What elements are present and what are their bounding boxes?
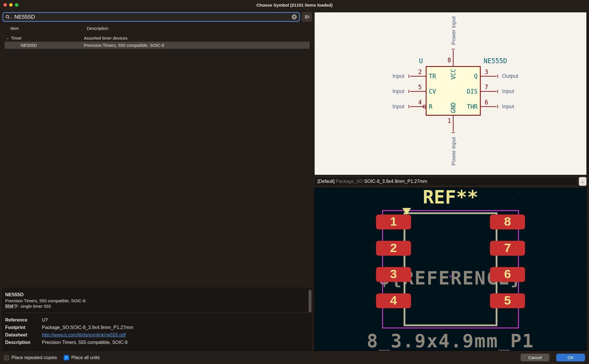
svg-point-82 [536,246,537,247]
tree-category-row[interactable]: ⌄ Timer Assorted timer devices [5,34,310,42]
place-repeated-label: Place repeated copies [11,355,57,360]
svg-text:U: U [419,57,423,65]
svg-point-75 [370,246,371,247]
svg-point-132 [583,340,584,342]
svg-text:4: 4 [390,293,397,307]
property-row: DescriptionPrecision Timers, 555 compati… [5,339,309,346]
svg-text:Power input: Power input [451,16,457,45]
svg-text:1: 1 [390,214,397,228]
search-field[interactable]: ⌄ ✕ [2,12,300,22]
symbol-preview[interactable]: UNE555D1GNDPower input2TRInput3QOutput4R… [314,12,587,175]
filter-button[interactable] [302,12,312,22]
svg-point-61 [323,222,324,223]
svg-point-56 [488,199,490,200]
svg-point-52 [394,199,395,200]
svg-point-80 [488,246,490,247]
clear-search-button[interactable]: ✕ [292,14,297,20]
footprint-default-label: [Default] [317,179,335,184]
place-all-units-checkbox[interactable]: Place all units [64,355,100,360]
filter-icon [304,14,309,20]
property-label: Reference [5,317,37,323]
svg-point-96 [583,270,584,271]
footprint-dropdown-button[interactable]: ⌄ [579,177,587,186]
svg-point-99 [370,293,371,295]
svg-point-121 [323,340,324,342]
property-label: Datasheet [5,332,37,338]
close-window-button[interactable] [3,3,7,7]
svg-point-59 [560,199,561,200]
column-description[interactable]: Description [83,26,309,31]
svg-point-86 [347,270,348,271]
svg-text:VCC: VCC [450,69,457,79]
ok-button[interactable]: OK [556,354,585,361]
svg-point-103 [465,293,466,295]
svg-text:Power input: Power input [451,137,457,165]
svg-point-72 [583,222,584,223]
footprint-lib-label: Package_SO: [336,179,364,184]
chevron-down-icon: ⌄ [581,179,584,184]
svg-text:5: 5 [504,293,511,307]
svg-point-78 [441,246,442,247]
svg-point-0 [6,15,9,18]
detail-scrollbar[interactable] [309,290,311,349]
property-row: FootprintPackage_SO:SOIC-8_3.9x4.9mm_P1.… [5,324,309,331]
svg-point-60 [583,199,584,200]
svg-text:2: 2 [418,69,422,75]
svg-point-51 [370,199,371,200]
footprint-selector[interactable]: [Default] Package_SO:SOIC-8_3.9x4.9mm_P1… [314,177,578,186]
window-title: Choose Symbol (21101 items loaded) [0,3,589,7]
svg-point-49 [323,199,324,200]
svg-text:8_3.9x4.9mm_P1: 8_3.9x4.9mm_P1 [367,330,534,351]
place-repeated-checkbox[interactable]: Place repeated copies [4,355,57,360]
search-icon: ⌄ [5,15,13,19]
svg-point-120 [583,317,584,318]
svg-point-58 [536,199,537,200]
column-item[interactable]: Item [5,26,83,31]
minimize-window-button[interactable] [9,3,13,7]
detail-keywords: single timer 555 [20,304,51,309]
svg-text:NE555D: NE555D [484,57,507,65]
search-input[interactable] [14,14,290,20]
svg-text:R: R [429,103,433,110]
svg-point-50 [347,199,348,200]
svg-point-114 [441,317,442,318]
svg-point-85 [323,270,324,271]
place-all-units-label: Place all units [71,355,100,360]
checkbox-icon [64,355,69,360]
svg-point-118 [536,317,537,318]
property-value: Package_SO:SOIC-8_3.9x4.9mm_P1.27mm [42,325,133,330]
cancel-button[interactable]: Cancel [521,354,549,361]
svg-text:REF**: REF** [423,188,478,208]
svg-point-97 [323,293,324,295]
svg-text:DIS: DIS [467,88,478,95]
svg-text:Input: Input [392,103,405,109]
property-value: Precision Timers, 555 compatible, SOIC-8 [42,340,128,345]
svg-text:Input: Input [502,88,514,94]
svg-text:3: 3 [390,267,397,281]
svg-point-106 [536,293,537,295]
tree-body[interactable]: ⌄ Timer Assorted timer devices NE555D Pr… [2,33,312,286]
tree-item-row[interactable]: NE555D Precision Timers, 555 compatible,… [5,42,310,49]
zoom-window-button[interactable] [15,3,18,7]
svg-point-113 [417,317,419,318]
tree-header: Item Description [2,24,312,33]
property-link[interactable]: http://www.ti.com/lit/ds/symlink/ne555.p… [42,332,126,338]
category-name: Timer [11,36,84,40]
svg-point-70 [536,222,537,223]
svg-point-101 [417,293,419,295]
svg-point-71 [560,222,561,223]
detail-panel: NE555D Precision Timers, 555 compatible,… [2,288,312,351]
footprint-preview[interactable]: REF**${REFERENCE}8_3.9x4.9mm_P118273645 [314,188,587,351]
svg-point-108 [583,293,584,295]
svg-point-110 [347,317,348,318]
svg-text:3: 3 [485,69,488,75]
titlebar: Choose Symbol (21101 items loaded) [0,0,589,10]
chevron-down-icon[interactable]: ⌄ [6,36,11,40]
svg-text:Input: Input [392,73,405,79]
svg-point-67 [465,222,466,223]
svg-text:Input: Input [502,103,514,109]
detail-keywords-label: 關鍵字: [5,304,19,309]
svg-point-53 [417,199,419,200]
svg-point-94 [536,270,537,271]
svg-point-112 [394,317,395,318]
